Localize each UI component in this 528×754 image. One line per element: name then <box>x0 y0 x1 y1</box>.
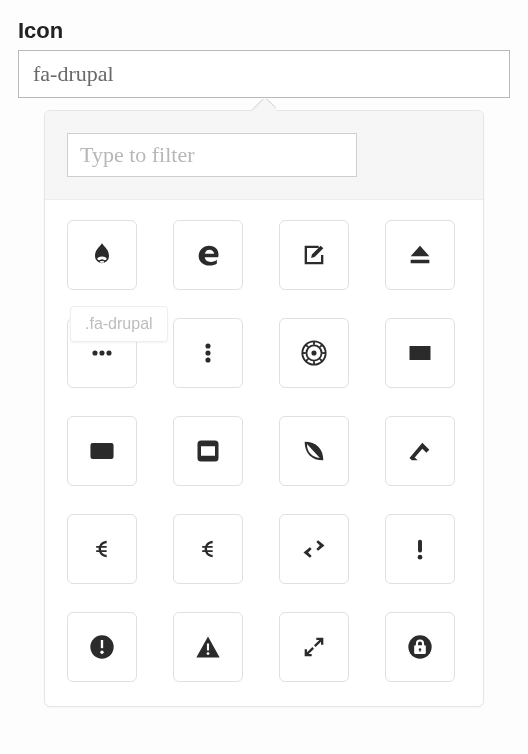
popover-header <box>45 111 483 200</box>
svg-rect-22 <box>101 640 103 648</box>
eject-icon[interactable] <box>385 220 455 290</box>
filter-input[interactable] <box>67 133 357 177</box>
svg-point-23 <box>100 651 103 654</box>
svg-point-5 <box>205 357 210 362</box>
empire-icon[interactable] <box>279 318 349 388</box>
envelope-icon[interactable] <box>385 318 455 388</box>
envira-icon[interactable] <box>279 416 349 486</box>
svg-line-15 <box>306 359 308 361</box>
exclamation-icon[interactable] <box>385 514 455 584</box>
svg-point-3 <box>205 343 210 348</box>
svg-point-2 <box>106 350 111 355</box>
exclamation-circle-icon[interactable] <box>67 612 137 682</box>
euro-icon[interactable] <box>173 514 243 584</box>
ellipsis-v-icon[interactable] <box>173 318 243 388</box>
svg-point-20 <box>418 555 423 560</box>
svg-point-1 <box>99 350 104 355</box>
envelope-square-icon[interactable] <box>173 416 243 486</box>
expand-icon[interactable] <box>279 612 349 682</box>
eur-icon[interactable] <box>67 514 137 584</box>
exchange-icon[interactable] <box>279 514 349 584</box>
exclamation-triangle-icon[interactable] <box>173 612 243 682</box>
svg-line-13 <box>306 345 308 347</box>
svg-rect-19 <box>418 540 422 553</box>
icon-value-input[interactable]: fa-drupal <box>18 50 510 98</box>
edge-icon[interactable] <box>173 220 243 290</box>
drupal-icon[interactable] <box>67 220 137 290</box>
svg-rect-24 <box>207 644 209 651</box>
icon-grid <box>45 200 483 706</box>
svg-point-0 <box>92 350 97 355</box>
icon-picker-popover <box>44 110 484 707</box>
svg-point-4 <box>205 350 210 355</box>
svg-line-16 <box>320 345 322 347</box>
svg-point-25 <box>207 652 210 655</box>
envelope-o-icon[interactable] <box>67 416 137 486</box>
eraser-icon[interactable] <box>385 416 455 486</box>
edit-icon[interactable] <box>279 220 349 290</box>
popover-arrow <box>252 99 276 111</box>
expeditedssl-icon[interactable] <box>385 612 455 682</box>
svg-line-14 <box>320 359 322 361</box>
field-label: Icon <box>18 18 510 44</box>
icon-tooltip: .fa-drupal <box>70 306 168 342</box>
svg-point-8 <box>311 350 316 355</box>
